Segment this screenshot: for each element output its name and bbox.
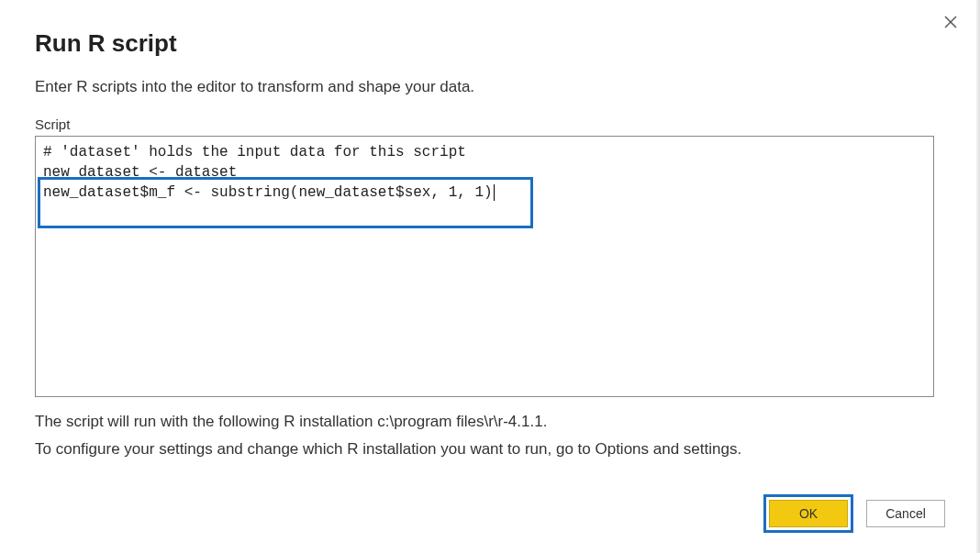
close-button[interactable]: [938, 9, 963, 35]
window-edge-shadow: [976, 0, 980, 553]
script-line-3: new_dataset$m_f <- substring(new_dataset…: [43, 182, 926, 203]
script-line-1: # 'dataset' holds the input data for thi…: [43, 142, 926, 162]
script-line-2: new_dataset <- dataset: [43, 162, 926, 182]
dialog-subtitle: Enter R scripts into the editor to trans…: [35, 78, 945, 96]
close-icon: [943, 15, 958, 29]
dialog-title: Run R script: [35, 29, 945, 58]
highlight-annotation-ok: OK: [763, 494, 853, 533]
text-caret: [494, 184, 495, 201]
info-text: The script will run with the following R…: [35, 408, 945, 463]
script-label: Script: [35, 116, 945, 132]
run-r-script-dialog: Run R script Enter R scripts into the ed…: [0, 0, 980, 553]
script-editor[interactable]: # 'dataset' holds the input data for thi…: [35, 136, 934, 397]
info-line-1: The script will run with the following R…: [35, 408, 945, 436]
cancel-button[interactable]: Cancel: [866, 500, 945, 527]
dialog-button-row: OK Cancel: [763, 494, 945, 533]
ok-button[interactable]: OK: [769, 500, 848, 527]
info-line-2: To configure your settings and change wh…: [35, 436, 945, 463]
